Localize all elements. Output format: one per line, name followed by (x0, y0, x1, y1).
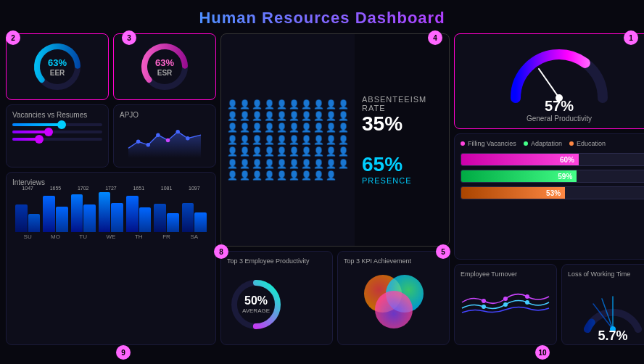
bar-sa-1 (182, 203, 194, 232)
progress-fill-3: 53% (461, 187, 565, 199)
person-absent: 👤 (252, 123, 263, 133)
progress-fill-2: 59% (461, 170, 577, 182)
vacancies-title: Vacancies vs Resumes (12, 111, 102, 119)
person-absent: 👤 (264, 99, 275, 109)
slider-track-2[interactable] (12, 131, 102, 133)
person-present: 👤 (313, 111, 324, 121)
person-grid: 👤 👤 👤 👤 👤 👤 👤 👤 👤 👤 👤 👤 👤 👤 (227, 99, 349, 181)
bar-fr-1 (154, 204, 166, 232)
person-present: 👤 (227, 159, 238, 169)
slider-track-1[interactable] (12, 123, 102, 126)
person-absent: 👤 (239, 99, 250, 109)
bottom-center: 8 Top 3 Employee Productivity (220, 251, 450, 345)
person-absent: 👤 (252, 99, 263, 109)
apjo-card: APJO (113, 104, 216, 167)
person-present: 👤 (252, 159, 263, 169)
person-absent: 👤 (276, 123, 287, 133)
loss-gauge-svg (580, 286, 644, 333)
badge-10: 10 (535, 345, 550, 360)
person-present: 👤 (239, 135, 250, 145)
bar-wrap-fr (154, 192, 178, 232)
person-absent: 👤 (264, 123, 275, 133)
bar-val-sa: 1097 (189, 186, 200, 191)
bar-wrap-mo (43, 192, 67, 232)
productivity-donut-container: 50% AVERAGE (227, 270, 285, 339)
person-present: 👤 (289, 159, 300, 169)
productivity-donut-label: 50% AVERAGE (242, 294, 270, 314)
person-absent: 👤 (239, 123, 250, 133)
person-present: 👤 (276, 146, 287, 157)
progress-row-1: 60% (461, 153, 644, 166)
bar-we-2 (111, 203, 123, 232)
progress-row-2: 59% (461, 170, 644, 183)
bar-group-sa: 1097 SA (182, 186, 207, 240)
person-present: 👤 (301, 99, 312, 109)
person-present: 👤 (276, 159, 287, 169)
general-productivity-card: 57% General Productivity (454, 33, 644, 129)
venn-svg (350, 270, 437, 328)
person-present: 👤 (326, 170, 337, 181)
svg-point-14 (375, 291, 413, 328)
person-present: 👤 (252, 170, 263, 181)
person-present: 👤 (338, 99, 349, 109)
person-present: 👤 (326, 135, 337, 145)
bar-chart: 1047 SU 1655 MO (12, 189, 210, 240)
productivity-title: Top 3 Employee Productivity (227, 257, 310, 266)
bar-mo-1 (43, 196, 55, 232)
svg-point-18 (503, 297, 508, 301)
eer-card: 63% EER (6, 33, 109, 100)
person-present: 👤 (326, 99, 337, 109)
presence-pct: 65% (362, 153, 442, 176)
person-present: 👤 (326, 159, 337, 169)
loss-value: 5.7% (598, 328, 627, 344)
svg-point-17 (482, 299, 486, 303)
person-present: 👤 (301, 170, 312, 181)
gen-productivity-label: 57% General Productivity (527, 98, 592, 123)
bar-group-we: 1727 WE (99, 186, 123, 240)
header: Human Resources Dashboard (6, 6, 638, 29)
main-content: 2 3 (6, 33, 638, 345)
progress-fill-1: 60% (461, 154, 579, 165)
bar-sa-2 (194, 212, 207, 232)
turnover-card: Employee Turnover (454, 264, 557, 345)
bar-tu-2 (83, 204, 96, 232)
person-present: 👤 (252, 135, 263, 145)
badge-9: 9 (116, 345, 131, 360)
absenteeism-card: 👤 👤 👤 👤 👤 👤 👤 👤 👤 👤 👤 👤 👤 👤 (220, 33, 450, 247)
legend-dot-filling (461, 141, 465, 146)
person-present: 👤 (252, 146, 263, 157)
slider-fill-1 (12, 123, 62, 126)
bar-th-1 (126, 196, 139, 232)
bar-val-tu: 1702 (78, 186, 89, 191)
right-column: 1 (454, 33, 644, 345)
slider-track-3[interactable] (12, 138, 102, 141)
badge-2: 2 (6, 30, 20, 45)
slider-2 (12, 131, 102, 133)
svg-point-22 (525, 300, 529, 305)
loss-gauge: 5.7% (568, 281, 644, 349)
person-present: 👤 (301, 159, 312, 169)
left-column: 2 3 (6, 33, 216, 345)
progress-track-2: 59% (461, 170, 644, 183)
person-present: 👤 (289, 111, 300, 121)
eer-gauge: 63% EER (32, 41, 83, 92)
bar-val-we: 1727 (105, 186, 117, 191)
bar-val-mo: 1655 (50, 186, 62, 191)
badge-4: 4 (428, 30, 442, 45)
mid-row: Vacancies vs Resumes (6, 104, 216, 167)
bar-wrap-we (99, 192, 123, 232)
dashboard-title: Human Resources Dashboard (6, 9, 638, 28)
person-present: 👤 (301, 146, 312, 157)
dashboard: Human Resources Dashboard 2 3 (0, 0, 644, 364)
bottom-right-cards: Employee Turnover (454, 264, 644, 345)
person-present: 👤 (313, 123, 324, 133)
loss-card: 6 Loss of Working Time (561, 264, 644, 345)
bar-day-we: WE (107, 233, 116, 240)
person-present: 👤 (276, 135, 287, 145)
progress-track-1: 60% (461, 153, 644, 166)
progress-bars-card: 7 Filling Vacancies Adaptation Education (454, 133, 644, 260)
center-column: 4 👤 👤 👤 👤 👤 👤 👤 👤 👤 👤 (220, 33, 450, 345)
legend-education: Education (569, 140, 606, 147)
bar-group-mo: 1655 MO (43, 186, 67, 240)
bar-val-th: 1651 (133, 186, 144, 191)
